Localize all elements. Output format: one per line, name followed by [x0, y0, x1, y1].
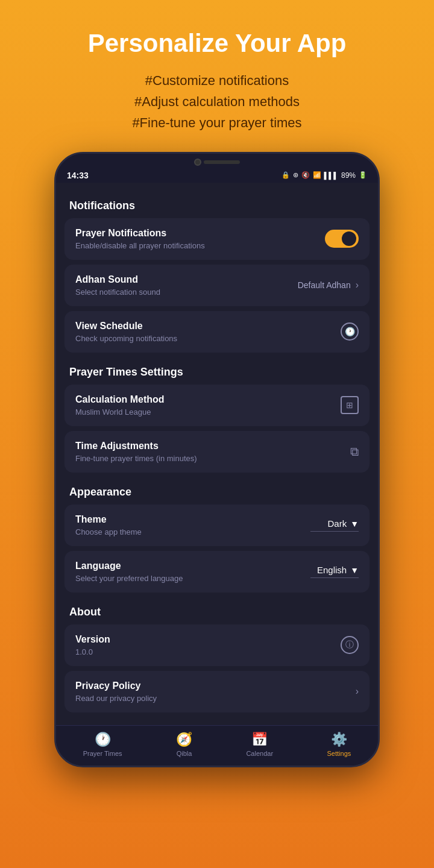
prayer-notifications-subtitle: Enable/disable all prayer notifications: [75, 241, 325, 250]
time-adjustments-control: ⧉: [350, 445, 359, 459]
privacy-policy-info: Privacy Policy Read our privacy policy: [75, 681, 356, 703]
bottom-nav: 🕐 Prayer Times 🧭 Qibla 📅 Calendar ⚙️ Set…: [56, 725, 378, 766]
language-info: Language Select your preferred language: [75, 561, 310, 583]
phone-content: Notifications Prayer Notifications Enabl…: [56, 183, 378, 766]
speaker-grill: [204, 160, 240, 164]
settings-scroll: Notifications Prayer Notifications Enabl…: [56, 183, 378, 712]
grid-icon: ⊞: [341, 396, 359, 414]
theme-title: Theme: [75, 514, 310, 525]
theme-dropdown[interactable]: Dark ▼: [310, 518, 359, 532]
prayer-notifications-control: [325, 230, 359, 248]
version-control: ⓘ: [341, 636, 359, 654]
view-schedule-title: View Schedule: [75, 321, 341, 332]
signal-icon: ▌▌▌: [324, 172, 338, 179]
prayer-notifications-info: Prayer Notifications Enable/disable all …: [75, 228, 325, 250]
version-card: Version 1.0.0 ⓘ: [64, 624, 370, 666]
notifications-header: Notifications: [64, 191, 370, 218]
appearance-header: Appearance: [64, 477, 370, 505]
theme-control[interactable]: Dark ▼: [310, 518, 359, 532]
theme-dropdown-arrow: ▼: [350, 519, 359, 529]
time-adjustments-title: Time Adjustments: [75, 441, 350, 451]
promo-line-2: #Adjust calculation methods: [134, 94, 300, 109]
privacy-chevron-icon: ›: [356, 686, 359, 697]
theme-card[interactable]: Theme Choose app theme Dark ▼: [64, 505, 370, 546]
privacy-policy-title: Privacy Policy: [75, 681, 356, 691]
calculation-method-card[interactable]: Calculation Method Muslim World League ⊞: [64, 385, 370, 426]
language-dropdown[interactable]: English ▼: [310, 565, 359, 578]
language-subtitle: Select your preferred language: [75, 574, 310, 583]
prayer-times-header: Prayer Times Settings: [64, 357, 370, 385]
calendar-nav-icon: 📅: [251, 732, 268, 747]
prayer-notifications-toggle[interactable]: [325, 230, 359, 248]
version-title: Version: [75, 634, 341, 645]
chevron-right-icon: ›: [356, 280, 359, 291]
battery-icon: 🔋: [359, 171, 367, 179]
promo-line-3: #Fine-tune your prayer times: [132, 115, 301, 130]
version-value: 1.0.0: [75, 647, 341, 656]
bluetooth-icon: ⊛: [293, 171, 298, 179]
view-schedule-info: View Schedule Check upcoming notificatio…: [75, 321, 341, 343]
adhan-sound-control: Default Adhan ›: [298, 280, 359, 291]
calculation-method-title: Calculation Method: [75, 394, 341, 405]
adhan-sound-title: Adhan Sound: [75, 274, 298, 285]
promo-subtitle: #Customize notifications #Adjust calcula…: [36, 70, 398, 134]
toggle-knob: [342, 231, 356, 246]
promo-title: Personalize Your App: [36, 29, 398, 58]
language-card[interactable]: Language Select your preferred language …: [64, 551, 370, 593]
side-volume-button: [378, 274, 380, 310]
qibla-nav-icon: 🧭: [176, 732, 192, 747]
calendar-nav-label: Calendar: [246, 750, 273, 757]
promo-line-1: #Customize notifications: [145, 73, 289, 88]
calculation-method-info: Calculation Method Muslim World League: [75, 394, 341, 417]
nav-prayer-times[interactable]: 🕐 Prayer Times: [83, 732, 122, 757]
version-info: Version 1.0.0: [75, 634, 341, 656]
status-icons: 🔒 ⊛ 🔇 📶 ▌▌▌ 89% 🔋: [281, 171, 367, 180]
status-bar: 14:33 🔒 ⊛ 🔇 📶 ▌▌▌ 89% 🔋: [56, 166, 378, 183]
time-adjustments-card[interactable]: Time Adjustments Fine-tune prayer times …: [64, 431, 370, 473]
view-schedule-control: 🕐: [341, 322, 359, 341]
front-camera: [194, 159, 201, 166]
calculation-method-subtitle: Muslim World League: [75, 407, 341, 417]
nav-settings[interactable]: ⚙️ Settings: [327, 732, 351, 757]
adhan-sound-subtitle: Select notification sound: [75, 288, 298, 297]
privacy-policy-subtitle: Read our privacy policy: [75, 694, 356, 703]
language-dropdown-arrow: ▼: [350, 565, 359, 575]
mute-icon: 🔇: [301, 171, 310, 179]
nav-qibla[interactable]: 🧭 Qibla: [176, 732, 192, 757]
prayer-times-nav-icon: 🕐: [95, 732, 111, 747]
battery-status: 89%: [341, 171, 356, 180]
theme-info: Theme Choose app theme: [75, 514, 310, 536]
about-header: About: [64, 597, 370, 624]
prayer-notifications-card[interactable]: Prayer Notifications Enable/disable all …: [64, 218, 370, 260]
promo-area: Personalize Your App #Customize notifica…: [0, 0, 434, 152]
nav-calendar[interactable]: 📅 Calendar: [246, 732, 273, 757]
settings-nav-icon: ⚙️: [331, 732, 347, 747]
qibla-nav-label: Qibla: [177, 750, 192, 757]
wifi-icon: 📶: [313, 171, 321, 179]
prayer-notifications-title: Prayer Notifications: [75, 228, 325, 239]
time-adjustments-subtitle: Fine-tune prayer times (in minutes): [75, 454, 350, 463]
prayer-times-nav-label: Prayer Times: [83, 750, 122, 757]
sliders-icon: ⧉: [350, 445, 359, 459]
privacy-policy-card[interactable]: Privacy Policy Read our privacy policy ›: [64, 671, 370, 712]
view-schedule-card[interactable]: View Schedule Check upcoming notificatio…: [64, 311, 370, 353]
theme-subtitle: Choose app theme: [75, 527, 310, 536]
language-title: Language: [75, 561, 310, 571]
status-time: 14:33: [67, 171, 89, 180]
info-icon: ⓘ: [341, 636, 359, 654]
clock-icon: 🕐: [341, 322, 359, 341]
view-schedule-subtitle: Check upcoming notifications: [75, 334, 341, 343]
theme-value: Dark: [327, 518, 347, 529]
adhan-sound-card[interactable]: Adhan Sound Select notification sound De…: [64, 265, 370, 306]
settings-nav-label: Settings: [327, 750, 351, 757]
language-control[interactable]: English ▼: [310, 565, 359, 578]
language-value: English: [317, 565, 347, 575]
adhan-sound-value: Default Adhan: [298, 280, 351, 290]
phone-frame: 14:33 🔒 ⊛ 🔇 📶 ▌▌▌ 89% 🔋 Notifications Pr…: [54, 152, 380, 767]
phone-notch: [56, 154, 378, 166]
calculation-method-control: ⊞: [341, 396, 359, 414]
time-adjustments-info: Time Adjustments Fine-tune prayer times …: [75, 441, 350, 463]
privacy-policy-control: ›: [356, 686, 359, 697]
lock-icon: 🔒: [281, 171, 290, 179]
adhan-sound-info: Adhan Sound Select notification sound: [75, 274, 298, 297]
